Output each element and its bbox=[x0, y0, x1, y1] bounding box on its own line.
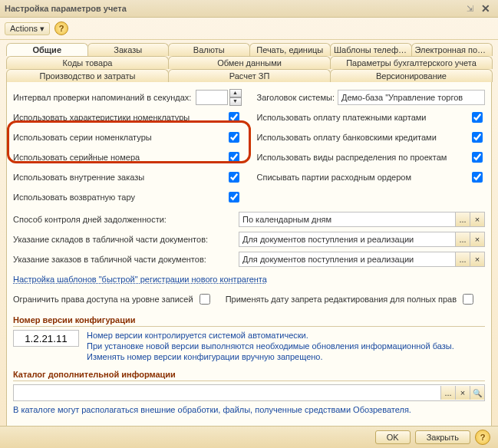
tab-exchange[interactable]: Обмен данными bbox=[168, 56, 331, 69]
use-char-checkbox[interactable] bbox=[229, 112, 239, 123]
restrict-label: Ограничить права доступа на уровне запис… bbox=[13, 295, 193, 304]
pay-cards-checkbox[interactable] bbox=[472, 112, 483, 123]
apply-date-checkbox[interactable] bbox=[463, 294, 473, 305]
tab-production[interactable]: Производство и затраты bbox=[6, 69, 169, 82]
stores-select[interactable]: Для документов поступления и реализации … bbox=[239, 232, 485, 247]
system-header-label: Заголовок системы: bbox=[257, 93, 335, 102]
orders-select[interactable]: Для документов поступления и реализации … bbox=[239, 252, 485, 267]
pay-credits-checkbox[interactable] bbox=[472, 132, 483, 143]
use-return-label: Использовать возвратную тару bbox=[13, 193, 226, 202]
clear-button[interactable]: × bbox=[455, 386, 470, 400]
use-serial-checkbox[interactable] bbox=[229, 152, 239, 163]
tab-versioning[interactable]: Версионирование bbox=[330, 69, 493, 82]
pin-icon[interactable]: ⇲ bbox=[467, 4, 473, 14]
ellipsis-button[interactable]: ... bbox=[455, 212, 470, 226]
tab-phones[interactable]: Шаблоны телефонов bbox=[330, 43, 412, 56]
tab-salary[interactable]: Расчет ЗП bbox=[168, 69, 331, 82]
pay-credits-label: Использовать оплату банковскими кредитам… bbox=[257, 133, 470, 142]
tab-codes[interactable]: Коды товара bbox=[6, 56, 169, 69]
catalog-section-header: Каталог дополнительной информации bbox=[13, 370, 485, 381]
writeoff-label: Списывать партии расходным ордером bbox=[257, 173, 470, 182]
use-serial-label: Использовать серийные номера bbox=[13, 153, 226, 162]
catalog-note: В каталоге могут располагаться внешние о… bbox=[13, 404, 485, 415]
use-internal-checkbox[interactable] bbox=[229, 172, 239, 183]
stores-label: Указание складов в табличной части докум… bbox=[13, 235, 239, 244]
tab-accounting[interactable]: Параметры бухгалтерского учета bbox=[330, 56, 493, 69]
actions-menu[interactable]: Actions ▾ bbox=[5, 22, 50, 35]
tab-orders[interactable]: Заказы bbox=[87, 43, 170, 56]
ellipsis-button[interactable]: ... bbox=[455, 232, 470, 246]
help-icon[interactable]: ? bbox=[54, 21, 68, 35]
clear-button[interactable]: × bbox=[470, 232, 484, 246]
tabs-row-1: Общие Заказы Валюты Печать, единицы Шабл… bbox=[6, 43, 492, 56]
distrib-label: Использовать виды распределения по проек… bbox=[257, 153, 470, 162]
distrib-checkbox[interactable] bbox=[472, 152, 483, 163]
panel-general: Интервал проверки напоминаний в секундах… bbox=[6, 82, 492, 443]
apply-date-label: Применять дату запрета редактирования дл… bbox=[226, 295, 457, 304]
spin-up[interactable]: ▲ bbox=[229, 89, 242, 97]
orders-label: Указание заказов в табличной части докум… bbox=[13, 255, 239, 264]
window-title: Настройка параметров учета bbox=[5, 4, 127, 13]
use-series-label: Использовать серии номенклатуры bbox=[13, 133, 226, 142]
interval-label: Интервал проверки напоминаний в секундах… bbox=[13, 93, 196, 102]
debt-select[interactable]: По календарным дням ... × bbox=[239, 212, 485, 227]
help-icon[interactable]: ? bbox=[475, 430, 490, 445]
version-input[interactable] bbox=[13, 330, 79, 347]
tabs-row-2: Коды товара Обмен данными Параметры бухг… bbox=[6, 56, 492, 69]
close-button[interactable]: Закрыть bbox=[415, 430, 470, 444]
ok-button[interactable]: OK bbox=[375, 430, 411, 444]
close-icon[interactable]: ✕ bbox=[478, 2, 493, 15]
use-series-checkbox[interactable] bbox=[229, 132, 239, 143]
version-section-header: Номер версии конфигурации bbox=[13, 315, 485, 327]
tab-currencies[interactable]: Валюты bbox=[168, 43, 250, 56]
use-return-checkbox[interactable] bbox=[229, 192, 239, 203]
pay-cards-label: Использовать оплату платежными картами bbox=[257, 113, 470, 122]
clear-button[interactable]: × bbox=[470, 212, 484, 226]
quick-template-link[interactable]: Настройка шаблонов "быстрой" регистрации… bbox=[13, 275, 267, 284]
use-char-label: Использовать характеристики номенклатуры bbox=[13, 113, 226, 122]
ellipsis-button[interactable]: ... bbox=[440, 386, 455, 400]
search-icon[interactable] bbox=[470, 386, 484, 400]
use-internal-label: Использовать внутренние заказы bbox=[13, 173, 226, 182]
restrict-checkbox[interactable] bbox=[200, 294, 210, 305]
tab-email[interactable]: Электронная почта bbox=[411, 43, 493, 56]
ellipsis-button[interactable]: ... bbox=[455, 252, 470, 266]
version-note: Номер версии контролируется системой авт… bbox=[87, 330, 454, 362]
interval-input[interactable] bbox=[196, 90, 228, 105]
tab-print[interactable]: Печать, единицы bbox=[249, 43, 331, 56]
writeoff-checkbox[interactable] bbox=[472, 172, 483, 183]
clear-button[interactable]: × bbox=[470, 252, 484, 266]
debt-label: Способ контроля дней задолженности: bbox=[13, 215, 239, 224]
tabs-row-3: Производство и затраты Расчет ЗП Версион… bbox=[6, 69, 492, 82]
tab-general[interactable]: Общие bbox=[6, 43, 88, 56]
system-header-input[interactable]: Демо-база "Управление торгов bbox=[338, 90, 485, 105]
catalog-input[interactable]: ... × bbox=[13, 384, 485, 401]
spin-down[interactable]: ▼ bbox=[229, 97, 242, 106]
